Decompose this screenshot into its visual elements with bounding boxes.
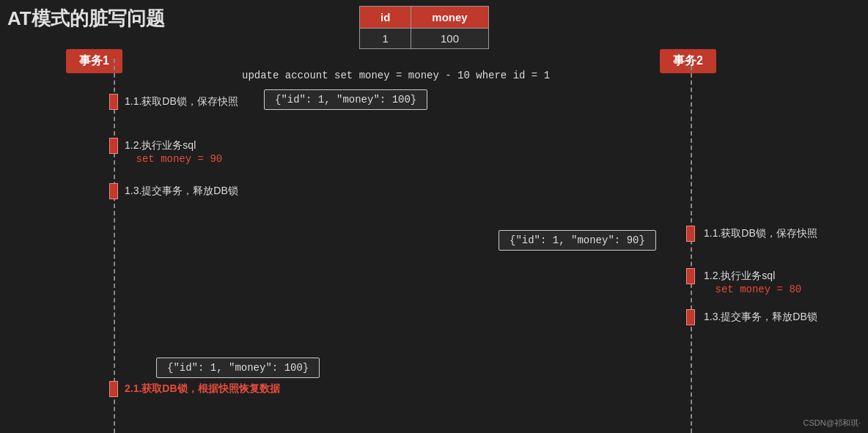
tx1-step4-text: 2.1.获取DB锁，根据快照恢复数据 — [125, 382, 280, 396]
tx1-step4-marker — [109, 381, 118, 397]
db-table: id money 1 100 — [359, 6, 489, 49]
tx2-step3-text: 1.3.提交事务，释放DB锁 — [704, 311, 817, 324]
tx2-step1-text: 1.1.获取DB锁，保存快照 — [704, 227, 817, 240]
tx2-step2-marker — [686, 268, 695, 284]
cell-id: 1 — [360, 29, 411, 49]
tx1-step2-marker — [109, 138, 118, 154]
tx2-step1-snapshot: {"id": 1, "money": 90} — [499, 230, 656, 251]
tx2-step1-marker — [686, 226, 695, 242]
tx2-label: 事务2 — [660, 49, 716, 73]
tx1-step3-marker — [109, 183, 118, 199]
col-money: money — [411, 7, 488, 29]
page-title: AT模式的脏写问题 — [7, 6, 165, 32]
tx2-step3-marker — [686, 309, 695, 325]
tx1-timeline — [114, 59, 115, 433]
col-id: id — [360, 7, 411, 29]
tx1-step1-text: 1.1.获取DB锁，保存快照 — [125, 95, 238, 108]
tx1-step1-snapshot: {"id": 1, "money": 100} — [264, 89, 427, 110]
tx2-timeline — [691, 59, 692, 433]
tx1-step2-text: 1.2.执行业务sql set money = 90 — [125, 139, 222, 165]
tx1-step3-text: 1.3.提交事务，释放DB锁 — [125, 185, 238, 198]
cell-money: 100 — [411, 29, 488, 49]
sql-statement: update account set money = money - 10 wh… — [242, 70, 550, 81]
tx1-step1-marker — [109, 94, 118, 110]
tx1-step4-snapshot: {"id": 1, "money": 100} — [156, 358, 320, 378]
tx2-step2-text: 1.2.执行业务sql set money = 80 — [704, 270, 801, 295]
watermark: CSDN@祁和琪· — [803, 418, 861, 429]
